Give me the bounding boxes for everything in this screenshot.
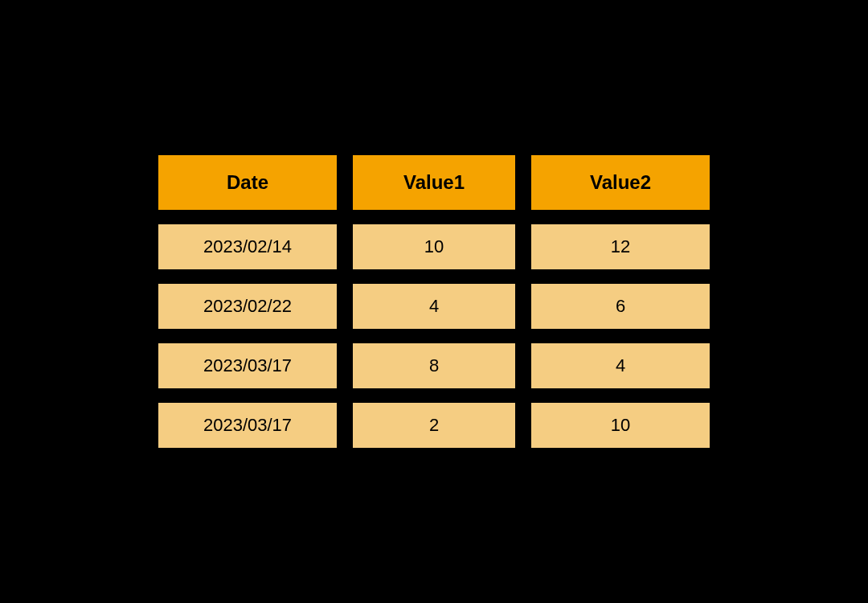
header-date: Date: [158, 155, 337, 210]
cell-value1: 8: [353, 343, 515, 388]
cell-value1: 4: [353, 284, 515, 329]
cell-value2: 12: [531, 224, 710, 269]
cell-value1: 2: [353, 403, 515, 448]
cell-date: 2023/03/17: [158, 343, 337, 388]
table-row: 2023/02/22 4 6: [158, 284, 710, 329]
cell-date: 2023/03/17: [158, 403, 337, 448]
data-table: Date Value1 Value2 2023/02/14 10 12 2023…: [142, 155, 726, 448]
cell-value2: 6: [531, 284, 710, 329]
table-row: 2023/03/17 2 10: [158, 403, 710, 448]
header-value2: Value2: [531, 155, 710, 210]
cell-value2: 4: [531, 343, 710, 388]
cell-date: 2023/02/22: [158, 284, 337, 329]
table-row: 2023/02/14 10 12: [158, 224, 710, 269]
header-value1: Value1: [353, 155, 515, 210]
cell-date: 2023/02/14: [158, 224, 337, 269]
cell-value1: 10: [353, 224, 515, 269]
table-row: 2023/03/17 8 4: [158, 343, 710, 388]
table-header-row: Date Value1 Value2: [158, 155, 710, 210]
cell-value2: 10: [531, 403, 710, 448]
